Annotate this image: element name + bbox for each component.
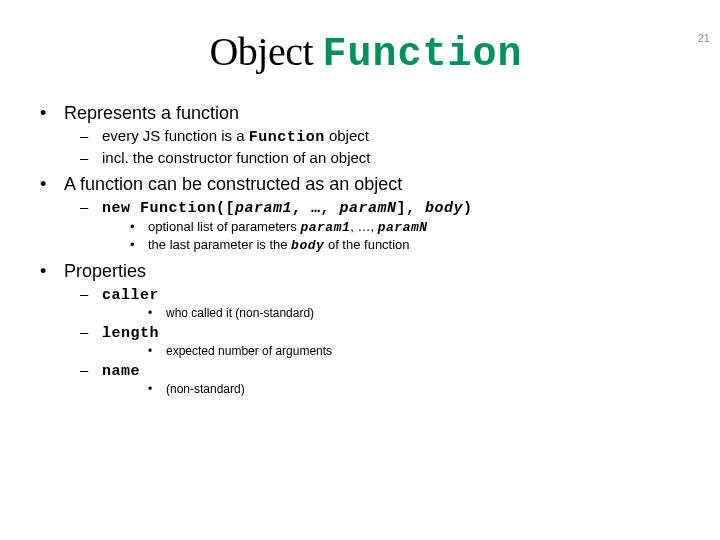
prop-name: length [102,325,159,342]
prop-name: name [102,363,140,380]
text: optional list of parameters [148,219,300,234]
code: , …, [292,200,340,217]
sub-constructor: –incl. the constructor function of an ob… [80,149,692,166]
title-plain: Object [209,29,322,74]
sub-js-function: –every JS function is a Function object [80,127,692,146]
prop-name-item: –name [80,361,692,380]
param: param1 [300,220,350,235]
text: every JS function is a [102,127,249,144]
title-code: Function [323,32,523,77]
param: paramN [378,220,428,235]
bullet-constructed: •A function can be constructed as an obj… [40,174,692,195]
text: who called it (non-standard) [166,306,314,320]
code: new Function([ [102,200,235,217]
code: ], [397,200,426,217]
prop-name: caller [102,287,159,304]
slide-number: 21 [698,32,710,44]
text: (non-standard) [166,382,245,396]
bullet-represents: •Represents a function [40,103,692,124]
prop-length: –length [80,323,692,342]
text: object [325,127,369,144]
prop-name-desc: •(non-standard) [148,382,692,396]
slide-title: Object Function [40,28,692,77]
prop-caller: –caller [80,285,692,304]
bullet-text: Represents a function [64,103,239,123]
bullet-properties: •Properties [40,261,692,282]
text: of the function [324,237,409,252]
bullet-text: Properties [64,261,146,281]
bullet-text: A function can be constructed as an obje… [64,174,402,194]
subsub-last-param: •the last parameter is the body of the f… [130,237,692,253]
text: incl. the constructor function of an obj… [102,149,370,166]
sub-new-function: –new Function([param1, …, paramN], body) [80,198,692,217]
text: expected number of arguments [166,344,332,358]
prop-caller-desc: •who called it (non-standard) [148,306,692,320]
prop-length-desc: •expected number of arguments [148,344,692,358]
param: body [291,238,324,253]
param: param1 [235,200,292,217]
text: , …, [350,219,377,234]
subsub-optional-params: •optional list of parameters param1, …, … [130,219,692,235]
code-function: Function [249,129,325,146]
code: ) [463,200,473,217]
param: body [425,200,463,217]
param: paramN [340,200,397,217]
text: the last parameter is the [148,237,291,252]
